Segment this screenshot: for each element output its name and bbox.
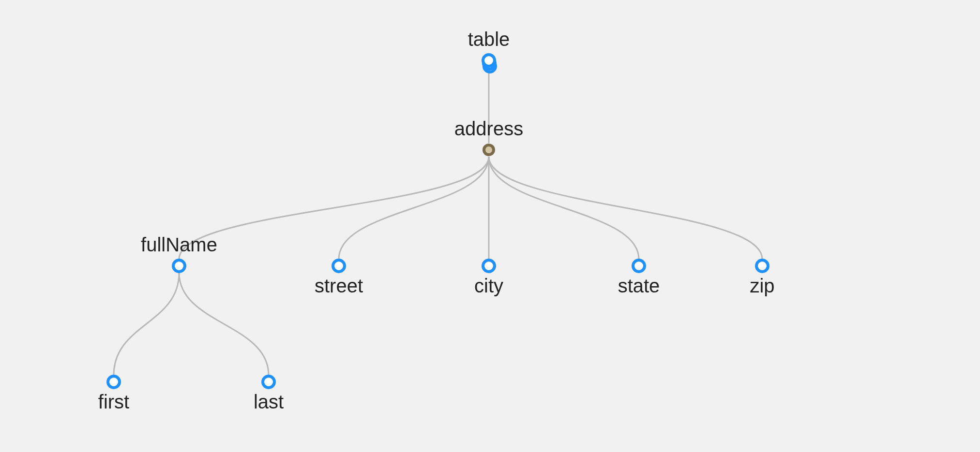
edge-address-state (489, 157, 639, 259)
node-street[interactable]: street (332, 259, 346, 273)
leaf-icon (632, 259, 646, 273)
array-icon (482, 53, 496, 68)
edge-address-fullname (179, 157, 489, 259)
node-label: table (468, 29, 510, 50)
edge-address-street (339, 157, 489, 259)
edge-fullname-first (114, 273, 179, 375)
leaf-icon (755, 259, 769, 273)
leaf-icon (332, 259, 346, 273)
node-label: address (454, 118, 523, 140)
node-last[interactable]: last (261, 375, 276, 389)
node-city[interactable]: city (482, 259, 496, 273)
node-label: city (474, 275, 503, 297)
node-zip[interactable]: zip (755, 259, 769, 273)
node-label: last (254, 391, 284, 413)
node-label: street (315, 275, 363, 297)
object-icon (482, 143, 496, 157)
node-address[interactable]: address (482, 143, 496, 157)
node-label: first (98, 391, 129, 413)
leaf-icon (261, 375, 276, 389)
edge-address-zip (489, 157, 762, 259)
leaf-icon (106, 375, 121, 389)
node-label: state (618, 275, 660, 297)
node-state[interactable]: state (632, 259, 646, 273)
node-label: fullName (141, 234, 217, 256)
diagram-canvas[interactable]: table address fullName street city (0, 0, 980, 452)
edge-fullname-last (179, 273, 269, 375)
node-table[interactable]: table (482, 53, 496, 68)
node-first[interactable]: first (106, 375, 121, 389)
leaf-icon (482, 259, 496, 273)
node-label: zip (750, 275, 774, 297)
node-fullname[interactable]: fullName (172, 259, 186, 273)
leaf-icon (172, 259, 186, 273)
